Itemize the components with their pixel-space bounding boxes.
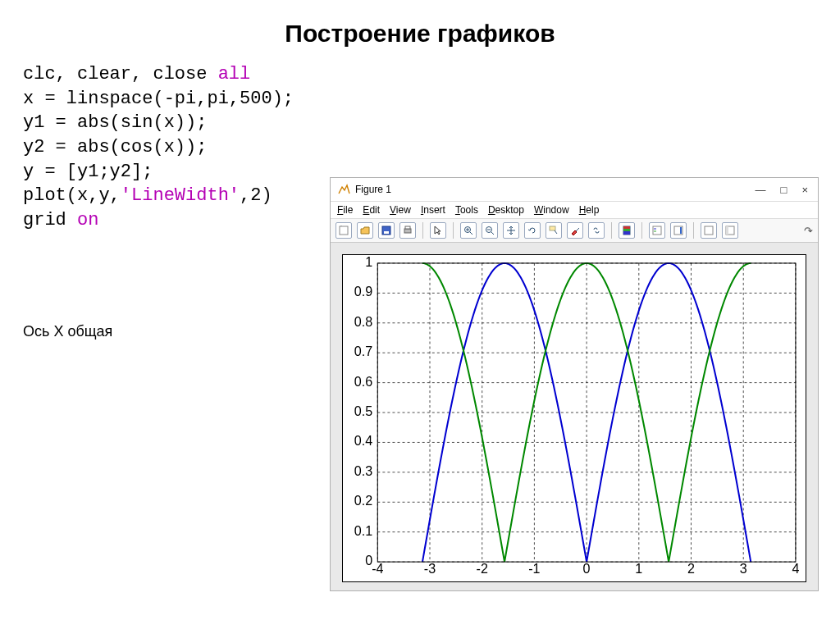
toolbar-separator [453,222,454,239]
figure-window: Figure 1 — □ × FileEditViewInsertToolsDe… [330,177,819,591]
figure-toolbar: ↷ [331,219,818,243]
rotate-icon[interactable] [524,222,541,239]
insert-colorbar-icon[interactable] [670,222,687,239]
toolbar-separator [641,222,642,239]
svg-rect-18 [623,231,630,235]
svg-text:0.1: 0.1 [354,524,372,538]
menu-insert[interactable]: Insert [421,204,445,216]
svg-text:-1: -1 [528,562,540,576]
maximize-button[interactable]: □ [781,184,788,196]
link-icon[interactable] [588,222,605,239]
figure-plotarea: -4-3-2-10123400.10.20.30.40.50.60.70.80.… [331,243,818,590]
page-title: Построение графиков [23,20,817,48]
svg-text:0.8: 0.8 [354,315,372,329]
zoom-out-icon[interactable] [482,222,498,239]
toolbar-separator [693,222,694,239]
zoom-in-icon[interactable] [460,222,477,239]
svg-text:0.3: 0.3 [354,464,372,478]
svg-text:0.7: 0.7 [354,344,372,358]
menu-view[interactable]: View [390,204,411,216]
svg-rect-12 [550,226,555,230]
svg-text:-4: -4 [372,562,383,576]
show-plottools-icon[interactable] [722,222,738,239]
menu-desktop[interactable]: Desktop [488,204,524,216]
svg-rect-16 [623,226,630,229]
svg-rect-24 [705,226,713,235]
svg-text:1: 1 [635,562,642,576]
figure-titlebar[interactable]: Figure 1 — □ × [331,178,818,202]
svg-rect-3 [404,229,411,233]
svg-text:1: 1 [365,255,372,269]
toolbar-separator [422,222,423,239]
svg-line-14 [576,228,579,231]
svg-text:0: 0 [365,554,372,567]
svg-rect-26 [726,226,728,235]
save-icon[interactable] [378,222,395,239]
figure-menubar: FileEditViewInsertToolsDesktopWindowHelp [331,202,818,219]
axes[interactable]: -4-3-2-10123400.10.20.30.40.50.60.70.80.… [342,254,806,582]
pointer-icon[interactable] [430,222,446,239]
svg-line-10 [491,232,494,235]
brush-icon[interactable] [567,222,583,239]
restore-icon[interactable]: ↷ [804,225,813,237]
minimize-button[interactable]: — [756,184,766,196]
menu-window[interactable]: Window [534,204,569,216]
svg-text:0.9: 0.9 [354,285,372,299]
menu-tools[interactable]: Tools [455,204,478,216]
menu-file[interactable]: File [337,204,353,216]
matlab-logo-icon [337,183,350,196]
print-icon[interactable] [399,222,416,239]
svg-text:-3: -3 [424,562,436,576]
close-button[interactable]: × [801,184,808,196]
pan-icon[interactable] [503,222,519,239]
svg-rect-19 [653,226,661,235]
toolbar-separator [611,222,612,239]
colorbar-icon[interactable] [619,222,635,239]
svg-rect-17 [623,229,630,231]
svg-text:0.2: 0.2 [354,494,372,508]
svg-rect-0 [340,226,348,235]
svg-text:0.5: 0.5 [354,404,372,418]
svg-line-6 [470,232,472,235]
open-icon[interactable] [357,222,373,239]
menu-edit[interactable]: Edit [363,204,380,216]
new-figure-icon[interactable] [336,222,352,239]
svg-text:4: 4 [792,562,799,576]
svg-text:3: 3 [740,562,747,576]
svg-rect-23 [680,227,682,234]
hide-plottools-icon[interactable] [701,222,717,239]
svg-text:-2: -2 [477,562,488,576]
datacursor-icon[interactable] [546,222,562,239]
menu-help[interactable]: Help [579,204,600,216]
legend-icon[interactable] [649,222,665,239]
svg-rect-2 [384,231,389,234]
figure-title: Figure 1 [355,184,756,195]
svg-text:0.4: 0.4 [354,435,372,449]
svg-text:2: 2 [687,562,695,576]
svg-rect-4 [405,226,410,229]
svg-text:0.6: 0.6 [354,375,372,389]
svg-line-13 [555,230,557,234]
svg-text:0: 0 [583,562,591,576]
